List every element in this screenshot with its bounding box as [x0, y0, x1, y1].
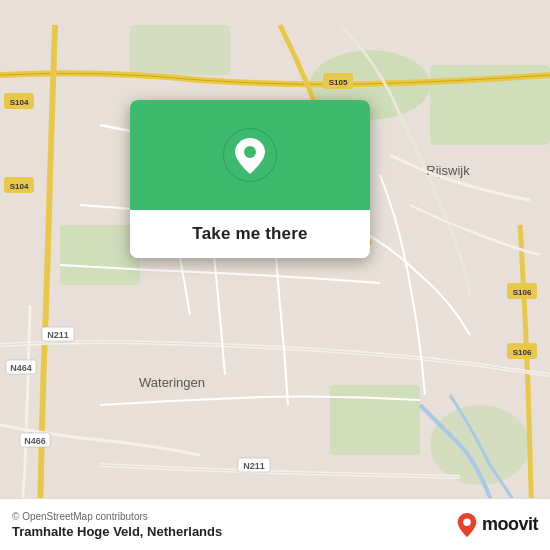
take-me-there-button[interactable]: Take me there — [130, 210, 370, 258]
svg-text:S105: S105 — [329, 78, 348, 87]
svg-text:S104: S104 — [10, 182, 29, 191]
svg-point-32 — [463, 518, 470, 525]
svg-text:N464: N464 — [10, 363, 32, 373]
location-name: Tramhalte Hoge Veld, Netherlands — [12, 524, 222, 539]
svg-text:S106: S106 — [513, 348, 532, 357]
moovit-pin-icon — [456, 512, 478, 538]
bottom-bar: © OpenStreetMap contributors Tramhalte H… — [0, 498, 550, 550]
svg-text:Rijswijk: Rijswijk — [426, 163, 470, 178]
svg-text:S104: S104 — [10, 98, 29, 107]
svg-rect-6 — [130, 25, 230, 75]
moovit-brand-text: moovit — [482, 514, 538, 535]
map-background: N211 N211 N464 N466 S104 S104 S105 S105 … — [0, 0, 550, 550]
attribution-text: © OpenStreetMap contributors — [12, 511, 222, 522]
svg-rect-3 — [60, 225, 140, 285]
moovit-logo: moovit — [456, 512, 538, 538]
svg-text:N211: N211 — [47, 330, 69, 340]
location-pin-icon — [223, 128, 277, 188]
svg-text:Wateringen: Wateringen — [139, 375, 205, 390]
bottom-left-info: © OpenStreetMap contributors Tramhalte H… — [12, 511, 222, 539]
svg-point-31 — [244, 146, 256, 158]
popup-header — [130, 100, 370, 210]
map-container: N211 N211 N464 N466 S104 S104 S105 S105 … — [0, 0, 550, 550]
popup-card: Take me there — [130, 100, 370, 258]
svg-text:N211: N211 — [243, 461, 265, 471]
svg-text:S106: S106 — [513, 288, 532, 297]
svg-text:N466: N466 — [24, 436, 46, 446]
svg-rect-4 — [330, 385, 420, 455]
